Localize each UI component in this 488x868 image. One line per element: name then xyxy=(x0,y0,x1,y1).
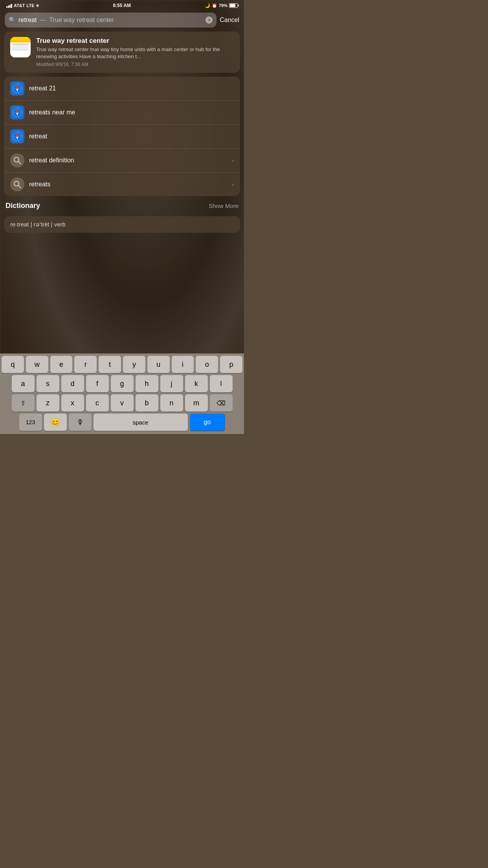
dictionary-show-more[interactable]: Show More xyxy=(209,202,238,209)
notes-content: True way retreat center True way retreat… xyxy=(36,37,234,67)
notes-line-4 xyxy=(12,50,29,50)
battery-widget xyxy=(229,3,238,8)
keyboard-row-2: a s d f g h j k l xyxy=(2,375,242,392)
signal-bar-1 xyxy=(6,6,7,8)
clear-icon: ✕ xyxy=(207,18,211,23)
search-icon: 🔍 xyxy=(9,17,16,24)
signal-bars xyxy=(6,3,12,8)
notes-icon-top xyxy=(10,37,31,42)
keyboard-row-3: ⇧ z x c v b n m ⌫ xyxy=(2,394,242,412)
status-right: 🌙 ⏰ 79% xyxy=(205,3,238,8)
svg-point-20 xyxy=(14,181,19,186)
search-typed-text: retreat xyxy=(18,17,37,24)
dict-phonetic: re·treat | rəˈtrēt | verb xyxy=(10,221,66,228)
key-s[interactable]: s xyxy=(37,375,59,392)
key-a[interactable]: a xyxy=(12,375,35,392)
key-k[interactable]: k xyxy=(185,375,208,392)
suggestion-item-0[interactable]: retreat 21 xyxy=(4,77,240,101)
dictionary-title: Dictionary xyxy=(6,202,40,210)
battery-fill xyxy=(230,4,235,7)
key-space[interactable]: space xyxy=(94,414,188,431)
key-g[interactable]: g xyxy=(111,375,134,392)
key-r[interactable]: r xyxy=(74,356,97,373)
suggestion-text-2: retreat xyxy=(29,133,234,140)
notes-modified-date: Modified 9/9/18, 7:36 AM xyxy=(36,62,234,67)
key-j[interactable]: j xyxy=(160,375,183,392)
notes-preview: True way retreat center true way tiny ho… xyxy=(36,46,234,60)
key-p[interactable]: p xyxy=(220,356,242,373)
keyboard-row-4: 123 😊 🎙 space go xyxy=(2,414,242,432)
key-z[interactable]: z xyxy=(37,394,59,412)
clock: 6:55 AM xyxy=(113,3,131,8)
notes-title: True way retreat center xyxy=(36,37,234,45)
chevron-icon-4: › xyxy=(232,181,234,188)
svg-line-21 xyxy=(18,186,21,188)
chevron-icon-3: › xyxy=(232,157,234,164)
key-l[interactable]: l xyxy=(210,375,233,392)
key-x[interactable]: x xyxy=(61,394,84,412)
key-o[interactable]: o xyxy=(196,356,218,373)
key-n[interactable]: n xyxy=(160,394,183,412)
lookup-icon-4 xyxy=(10,177,24,191)
key-mic[interactable]: 🎙 xyxy=(69,414,92,431)
battery-icon xyxy=(229,3,238,8)
battery-pct: 79% xyxy=(219,3,227,8)
key-h[interactable]: h xyxy=(136,375,158,392)
suggestion-text-1: retreats near me xyxy=(29,109,234,116)
key-d[interactable]: d xyxy=(61,375,84,392)
key-t[interactable]: t xyxy=(99,356,121,373)
key-y[interactable]: y xyxy=(123,356,145,373)
notes-result-card[interactable]: True way retreat center True way retreat… xyxy=(4,31,240,73)
key-numbers[interactable]: 123 xyxy=(19,414,42,431)
key-u[interactable]: u xyxy=(147,356,170,373)
key-emoji[interactable]: 😊 xyxy=(44,414,67,431)
search-divider: — xyxy=(40,17,46,24)
dictionary-section-header: Dictionary Show More xyxy=(4,200,240,212)
suggestion-text-3: retreat definition xyxy=(29,157,227,164)
status-left: AT&T LTE ✳︎ xyxy=(6,3,39,8)
search-bar-container: 🔍 retreat — True way retreat center ✕ Ca… xyxy=(0,10,244,30)
dictionary-card[interactable]: re·treat | rəˈtrēt | verb xyxy=(4,216,240,233)
notes-icon-lines xyxy=(10,42,31,57)
keyboard-row-1: q w e r t y u i o p xyxy=(2,356,242,373)
carrier-label: AT&T xyxy=(14,3,25,8)
notes-line-2 xyxy=(12,46,29,46)
suggestion-item-2[interactable]: retreat xyxy=(4,125,240,149)
key-c[interactable]: c xyxy=(86,394,109,412)
keyboard: q w e r t y u i o p a s d f g h j k l ⇧ … xyxy=(0,353,244,434)
key-q[interactable]: q xyxy=(2,356,24,373)
suggestion-item-1[interactable]: retreats near me xyxy=(4,101,240,125)
key-w[interactable]: w xyxy=(26,356,48,373)
key-shift[interactable]: ⇧ xyxy=(12,394,35,412)
key-go[interactable]: go xyxy=(190,414,225,431)
key-b[interactable]: b xyxy=(136,394,158,412)
search-clear-button[interactable]: ✕ xyxy=(205,17,213,24)
suggestions-card: retreat 21 retreats near me xyxy=(4,77,240,196)
notes-line-1 xyxy=(12,44,29,44)
suggestion-text-4: retreats xyxy=(29,181,227,188)
suggestion-text-0: retreat 21 xyxy=(29,85,234,92)
lte-icon: ✳︎ xyxy=(36,4,39,8)
search-suggestion-text: True way retreat center xyxy=(49,17,114,24)
cancel-button[interactable]: Cancel xyxy=(220,17,239,24)
signal-bar-2 xyxy=(8,6,9,8)
suggestion-item-3[interactable]: retreat definition › xyxy=(4,149,240,173)
key-e[interactable]: e xyxy=(50,356,73,373)
suggestion-item-4[interactable]: retreats › xyxy=(4,173,240,196)
signal-bar-3 xyxy=(9,5,11,8)
key-v[interactable]: v xyxy=(111,394,134,412)
key-f[interactable]: f xyxy=(86,375,109,392)
svg-point-18 xyxy=(14,157,19,162)
safari-icon-0 xyxy=(10,81,24,96)
svg-line-19 xyxy=(18,162,21,164)
search-bar[interactable]: 🔍 retreat — True way retreat center ✕ xyxy=(5,13,216,28)
notes-app-icon xyxy=(10,37,31,57)
safari-icon-2 xyxy=(10,129,24,143)
network-label: LTE xyxy=(27,3,35,8)
status-bar: AT&T LTE ✳︎ 6:55 AM 🌙 ⏰ 79% xyxy=(0,0,244,10)
key-i[interactable]: i xyxy=(172,356,194,373)
key-backspace[interactable]: ⌫ xyxy=(210,394,233,412)
results-area: True way retreat center True way retreat… xyxy=(0,30,244,353)
key-m[interactable]: m xyxy=(185,394,208,412)
moon-icon: 🌙 xyxy=(205,3,210,8)
